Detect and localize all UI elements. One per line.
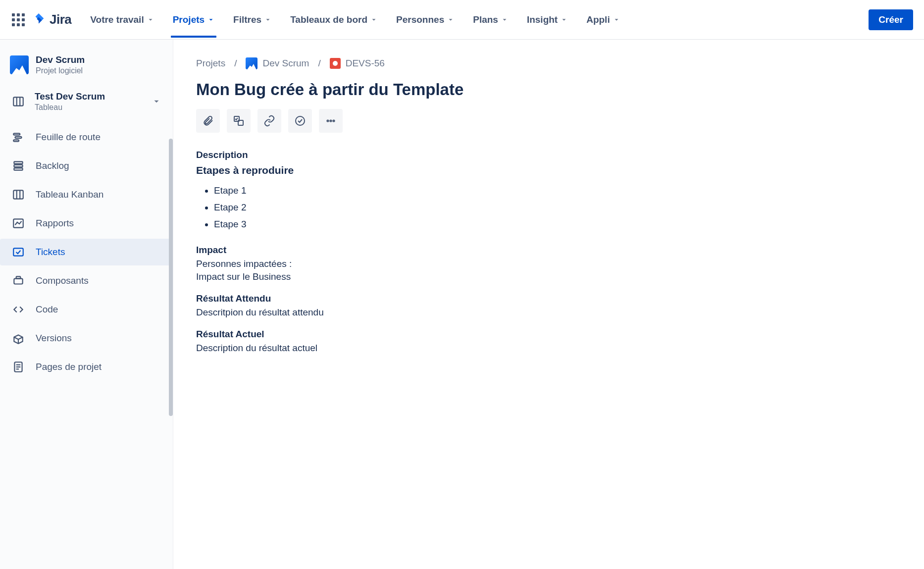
project-name: Dev Scrum <box>36 54 85 65</box>
project-header[interactable]: Dev Scrum Projet logiciel <box>0 54 173 86</box>
steps-heading: Etapes à reproduire <box>196 164 901 176</box>
sidebar-item-reports[interactable]: Rapports <box>0 210 173 237</box>
impact-heading: Impact <box>196 245 901 256</box>
sidebar-item-issues[interactable]: Tickets <box>0 239 173 265</box>
sidebar-item-kanban[interactable]: Tableau Kanban <box>0 181 173 208</box>
more-actions-button[interactable] <box>319 109 343 133</box>
jira-logo[interactable]: Jira <box>32 12 71 27</box>
breadcrumb-issue[interactable]: DEVS-56 <box>330 58 385 69</box>
step-item: Etape 3 <box>214 216 901 233</box>
sidebar-item-label: Tableau Kanban <box>36 189 103 200</box>
board-icon <box>12 95 25 108</box>
nav-dashboards[interactable]: Tableaux de bord <box>290 2 377 37</box>
subtask-icon <box>233 115 245 127</box>
sidebar-item-code[interactable]: Code <box>0 296 173 323</box>
nav-label: Votre travail <box>90 14 144 25</box>
nav-apps[interactable]: Appli <box>586 2 620 37</box>
svg-rect-15 <box>16 276 21 278</box>
create-button[interactable]: Créer <box>869 9 913 30</box>
svg-point-27 <box>330 120 331 121</box>
breadcrumb-project-name: Dev Scrum <box>262 58 309 69</box>
chevron-down-icon <box>207 16 214 23</box>
link-button[interactable] <box>257 109 281 133</box>
nav-label: Projets <box>173 14 205 25</box>
svg-rect-9 <box>13 190 23 199</box>
svg-rect-14 <box>14 279 22 284</box>
sidebar-item-components[interactable]: Composants <box>0 267 173 294</box>
sidebar-item-label: Tickets <box>36 247 65 258</box>
attachment-icon <box>202 115 214 127</box>
versions-icon <box>12 332 25 345</box>
chevron-down-icon <box>152 97 161 106</box>
sidebar-item-label: Feuille de route <box>36 132 101 143</box>
nav-filters[interactable]: Filtres <box>233 2 271 37</box>
project-avatar-icon <box>10 55 29 74</box>
impact-line: Personnes impactées : <box>196 259 901 269</box>
status-button[interactable] <box>288 109 312 133</box>
nav-label: Tableaux de bord <box>290 14 367 25</box>
app-switcher-icon[interactable] <box>11 12 26 27</box>
jira-logo-text: Jira <box>50 12 71 27</box>
svg-rect-3 <box>13 133 20 135</box>
attach-button[interactable] <box>196 109 220 133</box>
components-icon <box>12 274 25 287</box>
reports-icon <box>12 217 25 230</box>
nav-people[interactable]: Personnes <box>396 2 454 37</box>
sidebar-list: Feuille de route Backlog Tableau Kanban … <box>0 124 173 380</box>
sidebar-item-versions[interactable]: Versions <box>0 325 173 352</box>
code-icon <box>12 303 25 316</box>
sidebar-item-backlog[interactable]: Backlog <box>0 153 173 179</box>
sidebar-item-label: Versions <box>36 333 72 344</box>
check-circle-icon <box>294 115 306 127</box>
chevron-down-icon <box>613 16 620 23</box>
nav-plans[interactable]: Plans <box>473 2 508 37</box>
backlog-icon <box>12 159 25 172</box>
chevron-down-icon <box>370 16 377 23</box>
chevron-down-icon <box>447 16 454 23</box>
action-bar <box>196 109 901 133</box>
svg-point-26 <box>327 120 328 121</box>
step-item: Etape 2 <box>214 199 901 216</box>
issue-title[interactable]: Mon Bug crée à partir du Template <box>196 80 901 99</box>
breadcrumb-issue-key: DEVS-56 <box>346 58 385 69</box>
sidebar-item-label: Pages de projet <box>36 362 102 372</box>
expected-section: Résultat Attendu Descritpion du résultat… <box>196 293 901 318</box>
description-section: Description Etapes à reproduire Etape 1 … <box>196 150 901 354</box>
breadcrumb-project[interactable]: Dev Scrum <box>246 57 309 69</box>
sidebar-item-label: Code <box>36 304 58 315</box>
breadcrumb-root[interactable]: Projets <box>196 58 225 69</box>
actual-section: Résultat Actuel Description du résultat … <box>196 329 901 354</box>
svg-rect-5 <box>13 140 19 141</box>
nav-label: Personnes <box>396 14 444 25</box>
nav-projects[interactable]: Projets <box>173 2 214 37</box>
step-item: Etape 1 <box>214 182 901 199</box>
svg-rect-0 <box>13 97 23 105</box>
nav-your-work[interactable]: Votre travail <box>90 2 154 37</box>
project-avatar-icon <box>246 57 257 69</box>
pages-icon <box>12 361 25 373</box>
nav-label: Insight <box>527 14 558 25</box>
svg-line-16 <box>14 337 18 339</box>
svg-rect-4 <box>15 137 22 138</box>
chevron-down-icon <box>561 16 567 23</box>
sidebar-item-roadmap[interactable]: Feuille de route <box>0 124 173 151</box>
issues-icon <box>12 246 25 259</box>
nav-label: Filtres <box>233 14 261 25</box>
sidebar-item-project-pages[interactable]: Pages de projet <box>0 354 173 380</box>
scrollbar[interactable] <box>169 139 173 416</box>
more-icon <box>325 115 337 127</box>
link-icon <box>263 115 275 127</box>
description-label: Description <box>196 150 901 160</box>
actual-body: Description du résultat actuel <box>196 343 901 354</box>
sidebar: Dev Scrum Projet logiciel Test Dev Scrum… <box>0 40 173 569</box>
chevron-down-icon <box>501 16 508 23</box>
board-title: Test Dev Scrum <box>35 91 105 102</box>
add-subtask-button[interactable] <box>227 109 251 133</box>
board-selector[interactable]: Test Dev Scrum Tableau <box>0 86 173 117</box>
svg-rect-7 <box>14 165 22 167</box>
nav-label: Plans <box>473 14 498 25</box>
sidebar-item-label: Rapports <box>36 218 74 229</box>
nav-insight[interactable]: Insight <box>527 2 567 37</box>
sidebar-item-label: Backlog <box>36 160 69 171</box>
breadcrumb: Projets / Dev Scrum / DEVS-56 <box>196 57 901 69</box>
